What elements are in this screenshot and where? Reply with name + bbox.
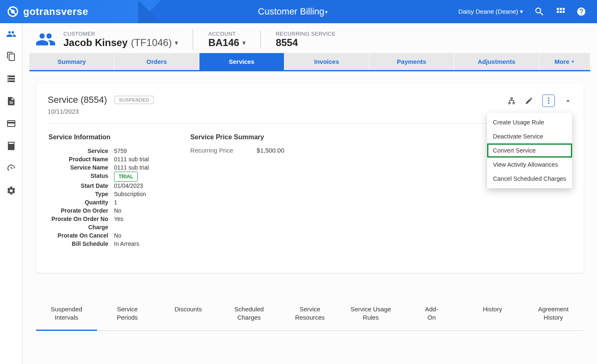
chevron-down-icon: ▾	[243, 39, 245, 46]
svg-rect-3	[560, 8, 562, 10]
chevron-down-icon: ▾	[175, 39, 178, 46]
subtab-suspended-intervals[interactable]: SuspendedIntervals	[36, 298, 97, 331]
status-pill: TRIAL	[114, 172, 138, 182]
account-switcher[interactable]: BA146 ▾	[208, 37, 245, 49]
copy-icon[interactable]	[6, 51, 16, 61]
service-title: Service (8554)	[48, 95, 107, 105]
chevron-up-icon[interactable]	[564, 97, 572, 105]
menu-item-deactivate-service[interactable]: Deactivate Service	[487, 129, 572, 143]
info-value: 01/04/2023	[114, 182, 143, 190]
subtab-service-periods[interactable]: ServicePeriods	[97, 298, 158, 330]
edit-icon[interactable]	[525, 97, 533, 105]
info-row: Start Date01/04/2023	[49, 182, 149, 190]
info-value: 1	[114, 198, 117, 206]
info-row: StatusTRIAL	[49, 172, 149, 182]
info-row: Prorate On CancelNo	[49, 231, 149, 240]
info-row: Product Name0111 sub trial	[49, 155, 149, 163]
info-value: No	[114, 231, 121, 240]
help-icon[interactable]	[576, 7, 586, 17]
info-key: Prorate On Order	[49, 206, 114, 215]
dashboard-icon[interactable]	[6, 163, 16, 173]
subtab-history[interactable]: History	[462, 298, 523, 330]
info-row: Prorate On OrderNo	[49, 206, 149, 215]
info-key: Service	[49, 147, 114, 155]
price-heading: Service Price Summary	[190, 133, 284, 141]
svg-rect-5	[557, 11, 559, 13]
server-icon[interactable]	[6, 74, 16, 84]
customers-icon[interactable]	[6, 29, 16, 39]
sub-tabs: SuspendedIntervalsServicePeriodsDiscount…	[36, 298, 584, 331]
subtab-add-on[interactable]: Add-On	[401, 298, 462, 330]
tab-summary[interactable]: Summary	[29, 53, 114, 70]
menu-item-cancel-scheduled-charges[interactable]: Cancel Scheduled Charges	[487, 172, 572, 186]
brand-area: gotransverse	[0, 0, 138, 23]
tab-invoices[interactable]: Invoices	[284, 53, 369, 70]
subtab-agreement-history[interactable]: AgreementHistory	[523, 298, 584, 330]
more-actions-button[interactable]	[542, 95, 555, 107]
tab-orders[interactable]: Orders	[114, 53, 199, 70]
subtab-service-usage-rules[interactable]: Service UsageRules	[340, 298, 401, 330]
subtab-discounts[interactable]: Discounts	[158, 298, 219, 330]
service-date: 10/11/2023	[48, 108, 154, 115]
tab-payments[interactable]: Payments	[369, 53, 454, 70]
user-name: Daisy Deane (Deane)	[459, 8, 518, 15]
menu-item-view-activity-allowances[interactable]: View Activity Allowances	[487, 158, 572, 172]
breadcrumb: CUSTOMER Jacob Kinsey (TF1046) ▾ ACCOUNT…	[29, 23, 590, 53]
main-content: CUSTOMER Jacob Kinsey (TF1046) ▾ ACCOUNT…	[23, 23, 597, 364]
info-key: Type	[49, 190, 114, 198]
info-value: 0111 sub trial	[114, 155, 149, 163]
top-header: gotransverse Customer Billing▾ Daisy Dea…	[0, 0, 597, 23]
info-key: Product Name	[49, 155, 114, 163]
brand-logo[interactable]: gotransverse	[7, 5, 88, 18]
brand-icon	[7, 5, 19, 18]
chevron-down-icon: ▾	[325, 9, 328, 15]
service-info-col: Service Information Service5759Product N…	[49, 133, 149, 248]
svg-rect-6	[560, 11, 562, 13]
user-menu[interactable]: Daisy Deane (Deane) ▾	[459, 8, 523, 15]
info-key: Prorate On Order No Charge	[49, 215, 114, 231]
search-icon[interactable]	[534, 6, 545, 17]
price-key: Recurring Price	[190, 147, 257, 154]
menu-item-convert-service[interactable]: Convert Service	[487, 143, 572, 158]
settings-icon[interactable]	[6, 186, 16, 196]
payment-icon[interactable]	[6, 119, 16, 129]
tab-more[interactable]: More ▼	[539, 53, 590, 70]
document-icon[interactable]	[6, 96, 16, 106]
apps-icon[interactable]	[556, 7, 565, 17]
recurring-value: 8554	[276, 37, 335, 49]
price-value: $1,500.00	[257, 147, 284, 154]
info-key: Bill Schedule	[49, 240, 114, 248]
main-tabs: SummaryOrdersServicesInvoicesPaymentsAdj…	[29, 53, 590, 71]
subtab-service-resources[interactable]: ServiceResources	[279, 298, 340, 330]
module-switcher[interactable]: Customer Billing▾	[138, 6, 448, 17]
chevron-down-icon: ▾	[520, 8, 523, 15]
menu-item-create-usage-rule[interactable]: Create Usage Rule	[487, 115, 572, 129]
account-value: BA146	[208, 37, 239, 49]
svg-point-10	[548, 102, 549, 104]
info-value: 0111 sub trial	[114, 163, 149, 172]
left-sidebar	[0, 23, 23, 364]
svg-rect-2	[557, 8, 559, 10]
service-info-heading: Service Information	[49, 133, 149, 141]
info-key: Start Date	[49, 182, 114, 190]
info-row: Service Name0111 sub trial	[49, 163, 149, 172]
tab-services[interactable]: Services	[199, 53, 284, 70]
actions-dropdown: Create Usage RuleDeactivate ServiceConve…	[487, 113, 572, 188]
module-label: Customer Billing	[258, 6, 324, 17]
recurring-label: RECURRING SERVICE	[276, 31, 335, 37]
customer-name: Jacob Kinsey	[63, 37, 128, 49]
account-label: ACCOUNT	[208, 31, 245, 37]
tab-adjustments[interactable]: Adjustments	[454, 53, 539, 70]
calculator-icon[interactable]	[6, 141, 16, 151]
status-badge: SUSPENDED	[114, 96, 154, 104]
svg-point-8	[548, 98, 549, 99]
subtab-scheduled-charges[interactable]: ScheduledCharges	[218, 298, 279, 330]
info-value: In Arrears	[114, 240, 139, 248]
customer-switcher[interactable]: Jacob Kinsey (TF1046) ▾	[63, 37, 178, 49]
hierarchy-icon[interactable]	[507, 97, 516, 105]
info-row: TypeSubscription	[49, 190, 149, 198]
svg-rect-4	[563, 8, 565, 10]
chevron-down-icon: ▼	[571, 60, 575, 64]
service-card: Service (8554) SUSPENDED 10/11/2023 Crea…	[36, 84, 584, 273]
svg-point-9	[548, 100, 549, 101]
